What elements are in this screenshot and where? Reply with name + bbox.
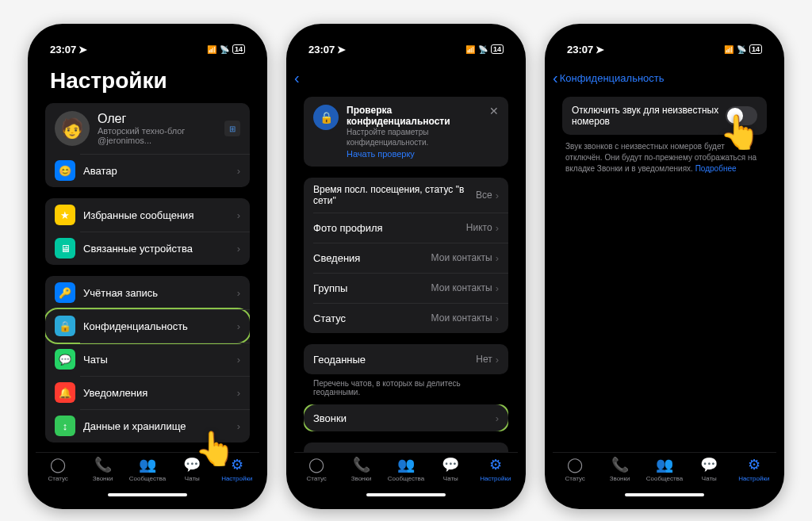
tab-label: Чаты — [185, 475, 200, 482]
chevron-right-icon: › — [496, 354, 499, 366]
label: Геоданные — [313, 354, 476, 366]
home-indicator — [625, 493, 704, 496]
tab-chats[interactable]: 💬Чаты — [428, 456, 473, 482]
location-icon: ➤ — [79, 44, 87, 56]
chevron-right-icon: › — [496, 190, 499, 201]
row-status[interactable]: Статус Мои контакты › — [304, 303, 508, 333]
group-geo: Геоданные Нет › — [304, 344, 508, 374]
chevron-right-icon: › — [237, 209, 240, 221]
nav-header: ‹Конфиденциальность Звонки — [553, 63, 776, 92]
learn-more-link[interactable]: Подробнее — [695, 164, 737, 173]
row-geo[interactable]: Геоданные Нет › — [304, 344, 508, 374]
row-favorites[interactable]: ★ Избранные сообщения › — [45, 198, 250, 232]
row-linked[interactable]: 🖥 Связанные устройства › — [45, 232, 250, 265]
tab-communities[interactable]: 👥Сообщества — [384, 456, 428, 482]
tab-communities[interactable]: 👥Сообщества — [125, 456, 170, 482]
tab-label: Статус — [48, 475, 68, 482]
group-blocked: Заблокированные 12 контактов › — [304, 442, 508, 452]
wifi-icon: 📡 — [220, 45, 229, 54]
content: 🔒 Проверка конфиденциальности Настройте … — [294, 97, 518, 452]
silence-unknown-toggle-row: Отключить звук для неизвестных номеров — [562, 97, 767, 135]
location-icon: ➤ — [596, 44, 604, 56]
row-privacy[interactable]: 🔒 Конфиденциальность › — [45, 308, 250, 344]
tab-settings[interactable]: ⚙Настройки — [732, 456, 776, 482]
tab-status[interactable]: ◯Статус — [36, 456, 80, 482]
page-title: Настройки — [45, 63, 250, 103]
phone-icon: 📞 — [94, 456, 112, 473]
row-groups[interactable]: Группы Мои контакты › — [304, 273, 508, 303]
tab-chats[interactable]: 💬Чаты — [687, 456, 731, 482]
value: Мои контакты — [431, 252, 492, 263]
row-notifications[interactable]: 🔔 Уведомления › — [45, 376, 250, 409]
signal-icon: 📶 — [724, 45, 733, 54]
banner-link[interactable]: Начать проверку — [347, 149, 481, 159]
tab-label: Чаты — [443, 475, 458, 482]
tab-calls[interactable]: 📞Звонки — [339, 456, 383, 482]
profile-sub: Авторский техно-блог @jeronimos... — [98, 126, 224, 145]
tab-calls[interactable]: 📞Звонки — [597, 456, 642, 482]
content: Настройки 🧑 Олег Авторский техно-блог @j… — [36, 63, 259, 452]
chevron-right-icon: › — [496, 282, 499, 294]
chevron-right-icon: › — [237, 287, 240, 299]
profile-row[interactable]: 🧑 Олег Авторский техно-блог @jeronimos..… — [45, 103, 250, 154]
row-calls[interactable]: Звонки › — [304, 404, 508, 431]
value: Мои контакты — [431, 312, 492, 324]
status-icon: ◯ — [308, 456, 324, 473]
tab-label: Настройки — [738, 475, 769, 482]
label: Чаты — [83, 354, 237, 366]
banner-title: Проверка конфиденциальности — [347, 105, 481, 127]
row-lastseen[interactable]: Время посл. посещения, статус "в сети" В… — [304, 178, 508, 213]
tab-status[interactable]: ◯Статус — [294, 456, 339, 482]
status-time: 23:07 — [308, 44, 335, 56]
tab-chats[interactable]: 💬Чаты — [170, 456, 214, 482]
home-indicator — [108, 493, 187, 496]
avatar-row[interactable]: 😊 Аватар › — [45, 154, 250, 187]
bubble-icon: 💬 — [442, 456, 459, 473]
back-button[interactable]: ‹Конфиденциальность — [553, 69, 665, 87]
tab-settings[interactable]: ⚙Настройки — [215, 456, 259, 482]
banner-sub: Настройте параметры конфиденциальности. — [347, 127, 481, 147]
screen: 23:07➤ 📶📡14 ‹ Конфиденциальность 🔒 Прове… — [294, 32, 518, 501]
profile-name: Олег — [98, 112, 224, 126]
tab-label: Настройки — [221, 475, 252, 482]
label: Заблокированные — [313, 452, 435, 453]
gear-icon: ⚙ — [489, 456, 502, 473]
tab-label: Сообщества — [646, 475, 683, 482]
phone-calls: 23:07➤ 📶📡14 ‹Конфиденциальность Звонки О… — [545, 24, 784, 509]
back-button[interactable]: ‹ — [294, 69, 300, 87]
geo-hint: Перечень чатов, в которых вы делитесь ге… — [304, 379, 508, 404]
tab-label: Звонки — [610, 475, 630, 482]
people-icon: 👥 — [139, 456, 156, 473]
tab-status[interactable]: ◯Статус — [553, 456, 597, 482]
tab-calls[interactable]: 📞Звонки — [80, 456, 124, 482]
tab-settings[interactable]: ⚙Настройки — [473, 456, 518, 482]
row-account[interactable]: 🔑 Учётная запись › — [45, 276, 250, 309]
row-chats[interactable]: 💬 Чаты › — [45, 343, 250, 376]
row-photo[interactable]: Фото профиля Никто › — [304, 213, 508, 243]
chat-icon: 💬 — [55, 349, 75, 370]
chevron-left-icon: ‹ — [553, 69, 558, 87]
label: Группы — [313, 282, 431, 294]
chevron-right-icon: › — [496, 312, 499, 324]
label: Избранные сообщения — [83, 209, 237, 221]
qr-icon[interactable]: ⊞ — [224, 121, 240, 136]
toggle-knob — [727, 108, 743, 124]
tab-communities[interactable]: 👥Сообщества — [642, 456, 687, 482]
row-blocked[interactable]: Заблокированные 12 контактов › — [304, 442, 508, 452]
avatar: 🧑 — [55, 111, 90, 146]
toggle-switch[interactable] — [726, 106, 757, 125]
close-icon[interactable]: ✕ — [489, 105, 499, 159]
wifi-icon: 📡 — [737, 45, 746, 54]
battery-level: 14 — [232, 44, 245, 54]
back-label: Конфиденциальность — [560, 72, 665, 84]
bell-icon: 🔔 — [55, 382, 75, 403]
toggle-label: Отключить звук для неизвестных номеров — [572, 105, 726, 127]
row-about[interactable]: Сведения Мои контакты › — [304, 243, 508, 273]
location-icon: ➤ — [337, 44, 346, 56]
tab-label: Сообщества — [129, 475, 166, 482]
row-storage[interactable]: ↕ Данные и хранилище › — [45, 409, 250, 442]
people-icon: 👥 — [397, 456, 415, 473]
value: Все — [476, 190, 492, 201]
phone-settings: 23:07➤ 📶📡14 Настройки 🧑 Олег Авторский т… — [28, 24, 267, 509]
home-indicator — [366, 493, 446, 496]
